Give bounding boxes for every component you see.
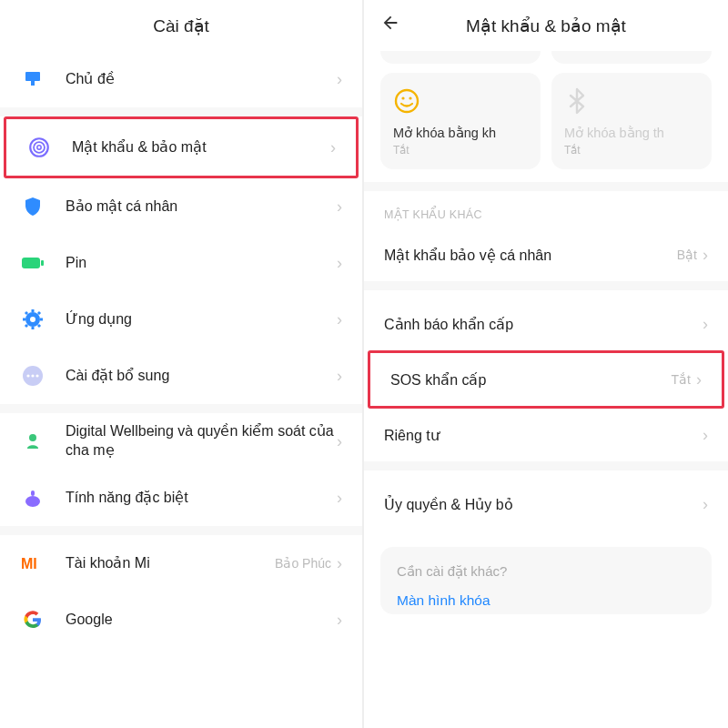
chevron-right-icon: › [337,310,342,329]
battery-icon [20,250,46,276]
svg-point-8 [30,317,35,322]
row-battery[interactable]: Pin › [0,235,362,291]
row-value: Bảo Phúc [275,556,331,571]
svg-point-18 [26,374,29,377]
svg-rect-5 [22,258,40,268]
row-label: Cài đặt bổ sung [66,367,337,386]
row-apps[interactable]: Ứng dụng › [0,291,362,348]
unlock-cards: Mở khóa bằng kh Tắt Mở khóa bằng th Tắt [364,73,728,182]
svg-point-22 [25,496,40,507]
svg-point-20 [35,374,38,377]
chevron-right-icon: › [330,138,336,157]
svg-line-14 [38,325,40,327]
card-bluetooth-unlock[interactable]: Mở khóa bằng th Tắt [551,73,712,169]
svg-line-15 [25,325,27,327]
svg-text:MI: MI [21,556,37,571]
mi-icon: MI [20,551,46,576]
svg-line-16 [38,312,40,314]
svg-point-27 [409,96,411,99]
security-screen: Mật khẩu & bảo mật Mở khóa bằng kh Tắt M… [364,0,728,728]
svg-rect-6 [41,260,44,266]
back-button[interactable] [380,13,400,38]
row-privacy[interactable]: Riêng tư › [364,409,728,461]
fingerprint-icon [26,135,52,160]
chevron-right-icon: › [703,495,708,514]
row-label: Google [66,611,337,630]
chevron-right-icon: › [703,246,708,265]
footer-link[interactable]: Màn hình khóa [397,592,695,609]
section-header: MẬT KHẨU KHÁC [364,191,728,228]
row-label: Tài khoản Mi [66,554,275,573]
row-privacy-password[interactable]: Mật khẩu bảo vệ cá nhân Bật › [364,228,728,281]
cards-row-partial [364,51,728,73]
svg-rect-23 [31,490,35,496]
smile-icon [393,87,420,115]
page-title: Mật khẩu & bảo mật [466,15,626,36]
row-label: Cảnh báo khẩn cấp [384,316,703,333]
more-icon [20,363,46,389]
row-value: Bật [677,248,697,262]
row-google[interactable]: Google › [0,592,362,648]
row-auth-revoke[interactable]: Ủy quyền & Hủy bỏ › [364,478,728,531]
row-label: Riêng tư [384,427,703,444]
svg-point-19 [31,374,34,377]
divider [0,404,362,413]
page-title: Cài đặt [153,15,209,36]
row-password-security[interactable]: Mật khẩu & bảo mật › [6,119,356,176]
chevron-right-icon: › [337,611,342,630]
bluetooth-icon [564,87,592,115]
special-icon [20,485,46,511]
chevron-right-icon: › [696,370,702,389]
card-sub: Tắt [393,144,528,157]
svg-point-21 [29,434,36,441]
card-title: Mở khóa bằng th [564,126,699,140]
row-privacy[interactable]: Bảo mật cá nhân › [0,178,362,235]
row-label: Ủy quyền & Hủy bỏ [384,496,703,513]
chevron-right-icon: › [337,367,342,386]
row-label: Chủ đề [66,70,337,89]
chevron-right-icon: › [337,197,342,217]
chevron-right-icon: › [337,554,342,573]
settings-screen: Cài đặt Chủ đề › Mật khẩu & bảo mật › Bả… [0,0,364,728]
svg-rect-0 [25,72,40,81]
row-label: SOS khẩn cấp [390,371,672,389]
svg-point-3 [34,142,45,153]
highlight-box: Mật khẩu & bảo mật › [4,116,359,178]
footer-card: Cần cài đặt khác? Màn hình khóa [380,547,712,614]
theme-icon [20,66,46,92]
row-label: Bảo mật cá nhân [66,197,337,217]
google-icon [20,607,46,632]
row-special[interactable]: Tính năng đặc biệt › [0,470,362,526]
row-emergency-alerts[interactable]: Cảnh báo khẩn cấp › [364,298,728,350]
highlight-box: SOS khẩn cấp Tắt › [368,350,724,409]
row-sos[interactable]: SOS khẩn cấp Tắt › [370,353,722,406]
row-label: Mật khẩu bảo vệ cá nhân [384,247,677,264]
row-mi-account[interactable]: MI Tài khoản Mi Bảo Phúc › [0,535,362,592]
divider [0,526,362,535]
row-theme[interactable]: Chủ đề › [0,51,362,107]
row-additional[interactable]: Cài đặt bổ sung › [0,348,362,404]
svg-rect-1 [31,81,35,86]
divider [364,182,728,191]
card-title: Mở khóa bằng kh [393,126,528,140]
svg-point-25 [396,90,418,112]
footer-question: Cần cài đặt khác? [397,563,695,580]
divider [364,461,728,470]
chevron-right-icon: › [337,70,342,89]
row-label: Tính năng đặc biệt [66,489,337,508]
shield-icon [20,194,46,219]
divider [0,107,362,116]
card-sub: Tắt [564,144,699,157]
chevron-right-icon: › [337,489,342,508]
svg-point-4 [37,146,41,149]
card-face-unlock[interactable]: Mở khóa bằng kh Tắt [380,73,541,169]
row-label: Ứng dụng [66,310,337,329]
chevron-right-icon: › [703,426,708,445]
row-label: Digital Wellbeing và quyền kiểm soát của… [66,422,337,460]
svg-line-13 [25,312,27,314]
row-wellbeing[interactable]: Digital Wellbeing và quyền kiểm soát của… [0,413,362,470]
chevron-right-icon: › [337,432,342,451]
chevron-right-icon: › [703,315,708,334]
gear-icon [20,307,46,332]
header: Cài đặt [0,0,362,51]
